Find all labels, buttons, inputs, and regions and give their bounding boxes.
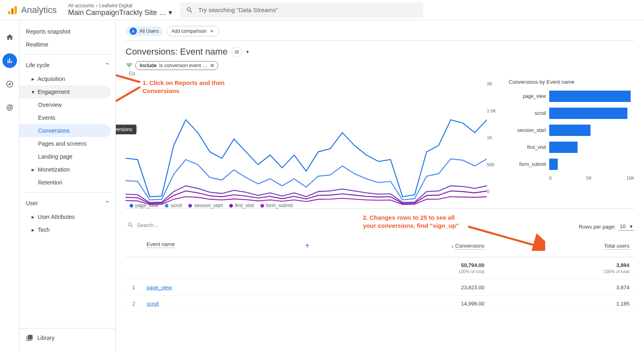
svg-line-6	[116, 46, 140, 82]
logo: Analytics	[6, 4, 57, 16]
nav-section-user[interactable]: User ⌃	[19, 196, 115, 210]
caret-down-icon: ▾	[168, 8, 172, 17]
svg-line-7	[116, 87, 140, 125]
filter-chip[interactable]: Include Is conversion event … ✕	[135, 61, 218, 70]
line-chart: Co 2K1.5K1K5000 page_viewscrollsession_s…	[126, 79, 501, 204]
svg-line-8	[468, 227, 537, 246]
annotation-callout-2: 2. Changes rows to 25 to see all your co…	[363, 214, 468, 230]
plus-icon[interactable]: +	[305, 241, 310, 250]
bar-rows: page_viewscrollsession_startfirst_visitf…	[509, 91, 634, 170]
rows-per-page: Rows per page: 10 ▾	[579, 223, 634, 231]
status-check-icon[interactable]: ⊘	[232, 47, 242, 57]
logo-text: Analytics	[21, 5, 57, 15]
chevron-right-icon: ›	[96, 3, 98, 8]
chevron-up-icon: ⌃	[105, 62, 109, 68]
nav-section-lifecycle[interactable]: Life cycle ⌃	[19, 58, 115, 72]
caret-down-icon: ▾	[630, 223, 633, 229]
nav-rail	[0, 20, 19, 352]
table-search-placeholder: Search…	[137, 222, 159, 228]
caret-down-icon: ▾	[32, 89, 34, 95]
nav-tech[interactable]: ▸Tech	[19, 223, 111, 236]
comparison-chips: A All Users Add comparison ＋	[126, 26, 634, 36]
annotation-arrow-rows	[464, 214, 545, 251]
line-chart-svg	[126, 81, 487, 210]
col-event-name[interactable]: Event name +	[142, 235, 314, 257]
report-nav-sidebar: Reports snapshot Realtime Life cycle ⌃ ▸…	[19, 20, 116, 352]
global-search[interactable]: Try searching "Data Streams"	[180, 2, 423, 18]
rail-explore[interactable]	[2, 77, 17, 91]
app-header: Analytics All accounts › Leafwire Digita…	[0, 0, 644, 20]
home-icon	[6, 33, 14, 41]
arrow-down-icon: ↓	[451, 243, 454, 249]
rail-home[interactable]	[2, 30, 17, 45]
divider	[24, 54, 111, 55]
main-content: A All Users Add comparison ＋ Conversions…	[116, 20, 644, 352]
filter-row: Include Is conversion event … ✕	[126, 61, 634, 70]
nav-engagement[interactable]: ▾Engagement	[19, 85, 111, 98]
analytics-logo-icon	[6, 4, 18, 16]
chevron-up-icon: ⌃	[105, 200, 109, 206]
y-axis-ticks: 2K1.5K1K5000	[487, 81, 501, 194]
nav-engagement-events[interactable]: Events	[19, 111, 111, 124]
caret-down-icon[interactable]: ▾	[246, 49, 249, 55]
search-icon	[186, 6, 193, 14]
nav-engagement-conversions[interactable]: Conversions	[19, 124, 111, 137]
breadcrumb-area[interactable]: All accounts › Leafwire Digital Main Cam…	[68, 3, 172, 17]
svg-point-5	[9, 107, 11, 109]
bar-chart-icon	[6, 57, 13, 64]
nav-library[interactable]: Library	[19, 328, 115, 347]
divider	[126, 40, 634, 41]
page-title: Conversions: Event name ⊘ ▾	[126, 47, 634, 57]
property-name: Main CampaignTrackly Site …	[68, 8, 166, 17]
breadcrumb: All accounts › Leafwire Digital	[68, 3, 172, 8]
table-totals-row: 50,794.00100% of total 3,994100% of tota…	[126, 257, 634, 280]
nav-engagement-landing[interactable]: Landing page	[19, 150, 111, 163]
close-icon[interactable]: ✕	[210, 62, 215, 69]
target-icon	[6, 104, 14, 112]
plus-icon: ＋	[209, 28, 215, 35]
rail-reports[interactable]	[2, 53, 17, 68]
annotation-arrow-conversions	[116, 81, 144, 134]
nav-monetization[interactable]: ▸Monetization	[19, 163, 111, 176]
bar-chart-title: Conversions by Event name	[509, 79, 634, 85]
col-conversions[interactable]: ↓ Conversions	[314, 235, 489, 257]
rows-per-page-select[interactable]: 10 ▾	[618, 223, 634, 231]
breadcrumb-all[interactable]: All accounts	[68, 3, 94, 8]
search-icon	[127, 222, 134, 228]
divider	[24, 192, 111, 193]
library-icon	[26, 334, 33, 341]
caret-right-icon: ▸	[32, 227, 34, 233]
table-search[interactable]: Search…	[126, 219, 247, 231]
caret-right-icon: ▸	[32, 76, 34, 82]
bar-chart: Conversions by Event name page_viewscrol…	[509, 79, 634, 204]
conversions-table: Event name + ↓ Conversions Total users	[126, 235, 634, 312]
caret-right-icon: ▸	[32, 214, 34, 220]
bar-x-axis: 05K10K	[509, 176, 634, 180]
nav-engagement-overview[interactable]: Overview	[19, 98, 111, 111]
nav-engagement-pages[interactable]: Pages and screens	[19, 137, 111, 150]
explore-icon	[6, 80, 14, 88]
chip-add-comparison[interactable]: Add comparison ＋	[167, 26, 219, 36]
chart-legend: page_viewscrollsession_startfirst_visitf…	[130, 203, 293, 208]
svg-rect-1	[11, 8, 14, 14]
svg-rect-0	[8, 11, 11, 14]
table-row[interactable]: 2scroll14,998.001,185	[126, 296, 634, 312]
caret-right-icon: ▸	[32, 166, 34, 173]
breadcrumb-account[interactable]: Leafwire Digital	[99, 3, 132, 8]
table-row[interactable]: 1page_view23,823.003,974	[126, 280, 634, 296]
property-selector[interactable]: Main CampaignTrackly Site … ▾	[68, 8, 172, 17]
nav-retention[interactable]: Retention	[19, 176, 111, 189]
rail-advertising[interactable]	[2, 100, 17, 115]
svg-rect-2	[15, 6, 17, 14]
search-placeholder: Try searching "Data Streams"	[198, 6, 278, 13]
charts-area: Co 2K1.5K1K5000 page_viewscrollsession_s…	[126, 79, 634, 204]
nav-user-attributes[interactable]: ▸User Attributes	[19, 210, 111, 223]
annotation-callout-1: 1. Click on Reports and then Conversions	[143, 79, 232, 95]
nav-acquisition[interactable]: ▸Acquisition	[19, 72, 111, 85]
nav-reports-snapshot[interactable]: Reports snapshot	[19, 25, 111, 38]
nav-realtime[interactable]: Realtime	[19, 38, 111, 51]
table-section: Search… Rows per page: 10 ▾ Event name	[126, 219, 634, 312]
